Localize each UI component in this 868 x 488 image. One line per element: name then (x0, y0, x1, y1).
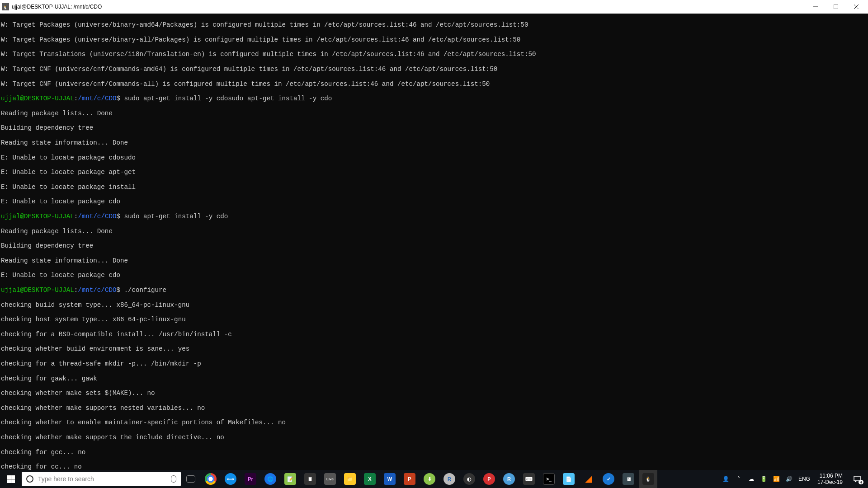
windows-taskbar: Type here to search ⟷ Pr 🌐 📝 🖩 Live 📁 X … (0, 470, 868, 488)
action-center-button[interactable]: 4 (850, 472, 864, 486)
output-line: checking whether make supports the inclu… (1, 434, 867, 441)
window-titlebar: 🐧 ujjal@DESKTOP-UJJAL: /mnt/c/CDO (0, 0, 868, 14)
prompt-line: ujjal@DESKTOP-UJJAL:/mnt/c/CDO$ ./config… (1, 286, 867, 294)
search-input[interactable]: Type here to search (22, 472, 181, 486)
command-text: sudo apt-get install -y cdosudo apt-get … (120, 95, 332, 102)
prompt-line: ujjal@DESKTOP-UJJAL:/mnt/c/CDO$ sudo apt… (1, 213, 867, 220)
r-app-icon[interactable]: R (440, 470, 458, 488)
matlab-app-icon[interactable]: ◢ (580, 470, 598, 488)
command-text: sudo apt-get install -y cdo (120, 213, 228, 220)
teamviewer-app-icon[interactable]: ⟷ (222, 470, 240, 488)
prompt-line: ujjal@DESKTOP-UJJAL:/mnt/c/CDO$ sudo apt… (1, 95, 867, 102)
cortana-icon (26, 475, 33, 483)
tray-chevron-icon[interactable]: ˄ (735, 475, 742, 483)
clock[interactable]: 11:06 PM 17-Dec-19 (816, 473, 844, 485)
tux-icon: 🐧 (2, 3, 9, 10)
output-line: E: Unable to locate package cdo (1, 272, 867, 279)
premiere-app-icon[interactable]: Pr (241, 470, 259, 488)
notification-badge: 4 (859, 480, 863, 484)
rstudio-app-icon[interactable]: R (500, 470, 518, 488)
excel-app-icon[interactable]: X (361, 470, 379, 488)
window-title: ujjal@DESKTOP-UJJAL: /mnt/c/CDO (12, 4, 102, 10)
output-line: Reading package lists... Done (1, 110, 867, 117)
wordpad-app-icon[interactable]: 📄 (560, 470, 578, 488)
idm-app-icon[interactable]: ⬇ (420, 470, 439, 488)
task-view-button[interactable] (182, 470, 200, 488)
output-line: E: Unable to locate package install (1, 183, 867, 191)
output-line: checking for a BSD-compatible install...… (1, 331, 867, 338)
output-line: Reading state information... Done (1, 257, 867, 264)
output-line: checking whether make supports nested va… (1, 404, 867, 412)
terminal-app-icon[interactable]: ⌨ (520, 470, 538, 488)
maximize-button[interactable] (826, 0, 846, 14)
output-line: Reading package lists... Done (1, 228, 867, 235)
output-line: E: Unable to locate package cdo (1, 198, 867, 205)
wsl-app-icon[interactable]: 🐧 (639, 470, 657, 488)
prompt-path: /mnt/c/CDO (78, 95, 116, 102)
notepad-app-icon[interactable]: 📝 (281, 470, 299, 488)
prompt-user: ujjal@DESKTOP-UJJAL (1, 95, 74, 102)
minimize-button[interactable] (805, 0, 826, 14)
word-app-icon[interactable]: W (381, 470, 399, 488)
app-icon[interactable]: P (480, 470, 498, 488)
output-line: Reading state information... Done (1, 139, 867, 146)
search-placeholder: Type here to search (38, 475, 94, 483)
output-line: Building dependency tree (1, 242, 867, 249)
output-line: checking host system type... x86_64-pc-l… (1, 316, 867, 323)
app-icon[interactable]: ◐ (460, 470, 478, 488)
output-line: W: Target Translations (universe/i18n/Tr… (1, 51, 867, 58)
output-line: checking for gcc... no (1, 449, 867, 456)
onedrive-icon[interactable]: ☁ (748, 475, 755, 483)
output-line: Building dependency tree (1, 124, 867, 131)
wifi-icon[interactable]: 📶 (773, 475, 780, 483)
output-line: checking for cc... no (1, 463, 867, 470)
close-button[interactable] (846, 0, 866, 14)
language-indicator[interactable]: ENG (798, 475, 810, 483)
output-line: E: Unable to locate package cdosudo (1, 154, 867, 161)
output-line: checking whether make sets $(MAKE)... no (1, 389, 867, 397)
powerpoint-app-icon[interactable]: P (401, 470, 419, 488)
explorer-app-icon[interactable]: 📁 (341, 470, 359, 488)
output-line: checking whether build environment is sa… (1, 345, 867, 352)
battery-icon[interactable]: 🔋 (760, 475, 768, 483)
chrome-app-icon[interactable] (202, 470, 220, 488)
clock-time: 11:06 PM (817, 473, 843, 479)
start-button[interactable] (0, 470, 22, 488)
terminal-output[interactable]: W: Target Packages (universe/binary-amd6… (0, 14, 868, 470)
output-line: checking whether to enable maintainer-sp… (1, 419, 867, 426)
svg-rect-1 (834, 5, 838, 9)
clock-date: 17-Dec-19 (817, 479, 843, 485)
output-line: checking for gawk... gawk (1, 375, 867, 382)
output-line: W: Target Packages (universe/binary-all/… (1, 36, 867, 43)
output-line: checking for a thread-safe mkdir -p... /… (1, 360, 867, 367)
system-tray: 👤 ˄ ☁ 🔋 📶 🔊 ENG 11:06 PM 17-Dec-19 4 (719, 472, 868, 486)
live-app-icon[interactable]: Live (321, 470, 339, 488)
people-icon[interactable]: 👤 (722, 475, 730, 483)
app-icon[interactable]: ✓ (599, 470, 618, 488)
output-line: W: Target Packages (universe/binary-amd6… (1, 21, 867, 28)
volume-icon[interactable]: 🔊 (786, 475, 793, 483)
output-line: W: Target CNF (universe/cnf/Commands-amd… (1, 66, 867, 73)
output-line: E: Unable to locate package apt-get (1, 169, 867, 176)
output-line: W: Target CNF (universe/cnf/Commands-all… (1, 80, 867, 88)
mic-icon (171, 475, 176, 483)
calculator-app-icon[interactable]: 🖩 (301, 470, 319, 488)
app-icon[interactable]: 🖥 (619, 470, 637, 488)
cmd-app-icon[interactable]: >_ (540, 470, 558, 488)
earth-app-icon[interactable]: 🌐 (261, 470, 279, 488)
command-text: ./configure (120, 286, 166, 294)
output-line: checking build system type... x86_64-pc-… (1, 301, 867, 309)
